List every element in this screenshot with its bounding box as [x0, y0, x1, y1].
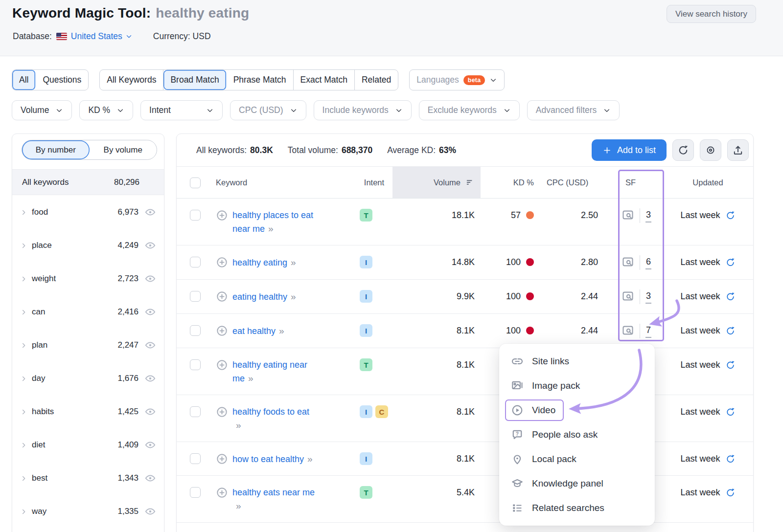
- filter-advanced-filters[interactable]: Advanced filters: [527, 100, 620, 120]
- row-refresh-icon[interactable]: [725, 488, 736, 498]
- row-checkbox[interactable]: [190, 325, 201, 336]
- popup-item-people-also-ask[interactable]: People also ask: [499, 422, 655, 447]
- expand-keyword-icon[interactable]: »: [236, 420, 242, 430]
- toggle-by-number[interactable]: By number: [22, 140, 90, 159]
- eye-icon[interactable]: [144, 240, 156, 251]
- settings-button[interactable]: [700, 139, 721, 161]
- serp-features-icon[interactable]: [622, 324, 634, 337]
- popup-item-knowledge-panel[interactable]: Knowledge panel: [499, 471, 655, 496]
- column-header-intent[interactable]: Intent: [356, 167, 392, 198]
- row-refresh-icon[interactable]: [725, 326, 736, 336]
- sf-count[interactable]: 3: [645, 290, 651, 304]
- expand-keyword-icon[interactable]: »: [307, 454, 313, 464]
- row-checkbox[interactable]: [190, 487, 201, 498]
- add-keyword-icon[interactable]: [216, 453, 228, 465]
- eye-icon[interactable]: [144, 306, 156, 318]
- row-refresh-icon[interactable]: [725, 454, 736, 464]
- filter-intent[interactable]: Intent: [140, 100, 223, 120]
- serp-features-icon[interactable]: [622, 256, 634, 268]
- export-button[interactable]: [727, 139, 749, 161]
- column-header-sf[interactable]: SF: [598, 167, 663, 198]
- sidebar-group-place[interactable]: place4,249: [12, 229, 164, 262]
- row-checkbox[interactable]: [190, 291, 201, 302]
- popup-item-video[interactable]: Video: [499, 398, 655, 422]
- add-keyword-icon[interactable]: [216, 325, 228, 337]
- row-checkbox[interactable]: [190, 210, 201, 221]
- toggle-by-volume[interactable]: By volume: [90, 140, 157, 159]
- filter-volume[interactable]: Volume: [12, 100, 72, 120]
- column-header-keyword[interactable]: Keyword: [206, 167, 356, 198]
- expand-keyword-icon[interactable]: »: [291, 257, 297, 267]
- row-refresh-icon[interactable]: [725, 407, 736, 417]
- sidebar-group-plan[interactable]: plan2,247: [12, 329, 164, 362]
- tab-phrase-match[interactable]: Phrase Match: [227, 70, 294, 90]
- expand-keyword-icon[interactable]: »: [268, 223, 274, 234]
- keyword-link[interactable]: healthy eating»: [232, 256, 297, 269]
- popup-item-image-pack[interactable]: Image pack: [499, 374, 655, 398]
- add-to-list-button[interactable]: Add to list: [592, 139, 667, 161]
- row-checkbox[interactable]: [190, 359, 201, 370]
- keyword-link[interactable]: how to eat healthy»: [232, 452, 313, 466]
- expand-keyword-icon[interactable]: »: [279, 326, 285, 336]
- eye-icon[interactable]: [144, 273, 156, 285]
- popup-item-local-pack[interactable]: Local pack: [499, 447, 655, 471]
- select-all-checkbox[interactable]: [190, 177, 201, 188]
- sidebar-group-way[interactable]: way1,335: [12, 495, 164, 528]
- keyword-link[interactable]: healthy places to eatnear me»: [232, 209, 313, 236]
- tab-exact-match[interactable]: Exact Match: [294, 70, 355, 90]
- tab-all-keywords[interactable]: All Keywords: [100, 70, 163, 90]
- add-keyword-icon[interactable]: [216, 406, 228, 418]
- column-header-updated[interactable]: Updated: [663, 167, 753, 198]
- tab-all[interactable]: All: [12, 70, 36, 90]
- eye-icon[interactable]: [144, 339, 156, 351]
- sidebar-group-best[interactable]: best1,343: [12, 462, 164, 495]
- popup-item-site-links[interactable]: Site links: [499, 349, 655, 374]
- eye-icon[interactable]: [144, 506, 156, 517]
- database-selector[interactable]: United States: [71, 31, 133, 42]
- expand-keyword-icon[interactable]: »: [291, 291, 297, 302]
- sf-count[interactable]: 6: [645, 256, 651, 269]
- row-checkbox[interactable]: [190, 453, 201, 464]
- row-refresh-icon[interactable]: [725, 291, 736, 302]
- serp-features-icon[interactable]: [622, 290, 634, 303]
- serp-features-icon[interactable]: [622, 209, 634, 222]
- sf-count[interactable]: 7: [645, 324, 651, 338]
- expand-keyword-icon[interactable]: »: [248, 373, 254, 383]
- sidebar-group-habits[interactable]: habits1,425: [12, 395, 164, 428]
- column-header-cpc[interactable]: CPC (USD): [537, 167, 598, 198]
- eye-icon[interactable]: [144, 373, 156, 384]
- eye-icon[interactable]: [144, 439, 156, 451]
- row-refresh-icon[interactable]: [725, 210, 736, 221]
- column-header-kd[interactable]: KD %: [481, 167, 537, 198]
- add-keyword-icon[interactable]: [216, 290, 228, 303]
- row-checkbox[interactable]: [190, 257, 201, 267]
- languages-dropdown[interactable]: Languages beta: [409, 69, 505, 90]
- row-refresh-icon[interactable]: [725, 257, 736, 267]
- add-keyword-icon[interactable]: [216, 359, 228, 371]
- tab-related[interactable]: Related: [355, 70, 398, 90]
- keyword-link[interactable]: healthy eats near me»: [232, 486, 315, 513]
- sf-count[interactable]: 3: [645, 209, 651, 222]
- eye-icon[interactable]: [144, 472, 156, 484]
- add-keyword-icon[interactable]: [216, 487, 228, 499]
- sidebar-group-day[interactable]: day1,676: [12, 362, 164, 395]
- filter-kd[interactable]: KD %: [79, 100, 133, 120]
- refresh-button[interactable]: [672, 139, 694, 161]
- keyword-link[interactable]: eating healthy»: [232, 290, 297, 304]
- view-search-history-button[interactable]: View search history: [667, 5, 756, 23]
- sidebar-group-diet[interactable]: diet1,409: [12, 428, 164, 462]
- row-refresh-icon[interactable]: [725, 360, 736, 370]
- popup-item-related-searches[interactable]: Related searches: [499, 496, 655, 520]
- keyword-link[interactable]: healthy eating nearme»: [232, 358, 307, 385]
- sidebar-group-food[interactable]: food6,973: [12, 196, 164, 229]
- add-keyword-icon[interactable]: [216, 209, 228, 222]
- tab-broad-match[interactable]: Broad Match: [163, 70, 226, 90]
- add-keyword-icon[interactable]: [216, 256, 228, 268]
- eye-icon[interactable]: [144, 206, 156, 218]
- row-checkbox[interactable]: [190, 406, 201, 417]
- filter-exclude-keywords[interactable]: Exclude keywords: [419, 100, 520, 120]
- eye-icon[interactable]: [144, 406, 156, 418]
- expand-keyword-icon[interactable]: »: [236, 501, 242, 511]
- sidebar-group-can[interactable]: can2,416: [12, 295, 164, 329]
- keyword-link[interactable]: healthy foods to eat»: [232, 405, 309, 432]
